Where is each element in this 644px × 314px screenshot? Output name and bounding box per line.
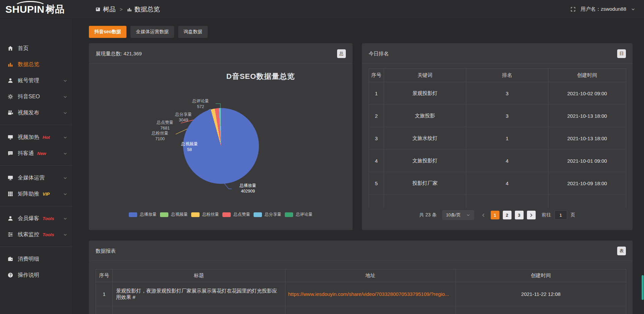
table-row[interactable]: 4 文旅投影灯 4 2021-10-01 09:00 xyxy=(369,150,626,172)
fullscreen-icon[interactable] xyxy=(570,6,576,12)
sidebar-item-member-burst[interactable]: 会员爆客 Tools xyxy=(0,210,72,226)
breadcrumb-root-label: 树品 xyxy=(103,5,116,14)
breadcrumb-root[interactable]: 树品 xyxy=(95,5,116,14)
prev-page-button[interactable] xyxy=(481,213,486,218)
page-button-2[interactable]: 2 xyxy=(503,211,512,219)
legend-swatch xyxy=(222,212,231,217)
sidebar-item-lead-monitor[interactable]: 线索监控 Tools xyxy=(0,226,72,243)
sidebar-item-douyin-seo[interactable]: 抖音SEO xyxy=(0,89,72,105)
total-toggle-button[interactable]: 总 xyxy=(337,49,346,58)
tools-badge: Tools xyxy=(43,232,54,237)
breadcrumb-separator: > xyxy=(120,6,123,12)
pie-label-fans: 总粉丝量 7100 xyxy=(145,130,175,142)
sidebar-item-data-overview[interactable]: 数据总览 xyxy=(0,56,72,72)
legend-item-shares[interactable]: 总分享量 xyxy=(254,212,281,217)
table-row[interactable]: 1 景观投影灯，夜游景观投影灯厂家展示展示落花灯在花园里的灯光投影应用效果 # … xyxy=(96,282,626,306)
data-report-panel: 数据报表 表 序号 标题 地址 创建时间 1 景观投影灯，夜游景观投影灯厂家展示… xyxy=(89,241,633,314)
total-count: 共 23 条 xyxy=(419,212,436,218)
bar-chart-icon xyxy=(7,61,13,67)
sidebar-item-label: 线索监控 xyxy=(18,231,39,238)
goto-page-input[interactable] xyxy=(554,210,567,220)
day-toggle-button[interactable]: 日 xyxy=(617,49,626,58)
sidebar-divider xyxy=(0,206,72,206)
wallet-icon xyxy=(7,256,13,262)
chevron-down-icon xyxy=(63,176,67,180)
display-icon xyxy=(7,175,13,181)
sidebar-item-label: 账号管理 xyxy=(18,77,39,84)
page-button-3[interactable]: 3 xyxy=(515,211,524,219)
breadcrumb-current[interactable]: 数据总览 xyxy=(127,5,160,14)
col-title: 标题 xyxy=(113,269,285,282)
page-size-select[interactable]: 10条/页 xyxy=(442,210,474,220)
chat-icon xyxy=(7,150,13,156)
sidebar-item-spend-detail[interactable]: 消费明细 xyxy=(0,251,72,267)
gear-icon xyxy=(7,94,13,100)
data-tabs: 抖音seo数据 全媒体运营数据 询盘数据 xyxy=(89,26,208,38)
pagination: 共 23 条 10条/页 1 2 3 前往 页 xyxy=(362,210,633,220)
pie-label-comments: 总评论量 572 xyxy=(185,98,216,110)
page-unit-label: 页 xyxy=(571,212,575,218)
sidebar-item-matrix-boost[interactable]: 矩阵助推 VIP xyxy=(0,186,72,202)
sidebar-item-label: 抖客通 xyxy=(18,150,34,157)
sidebar-item-video-heat[interactable]: 视频加热 Hot xyxy=(0,129,72,145)
table-toggle-button[interactable]: 表 xyxy=(617,247,626,255)
video-camera-icon xyxy=(7,110,13,116)
sidebar-item-account[interactable]: 账号管理 xyxy=(0,72,72,89)
legend-swatch xyxy=(254,212,262,217)
ranking-table: 序号 关键词 排名 创建时间 1 景观投影灯 3 2021-10-02 09:0… xyxy=(369,68,626,208)
sidebar-item-video-publish[interactable]: 视频发布 xyxy=(0,105,72,121)
sidebar-item-media-ops[interactable]: 全媒体运营 xyxy=(0,170,72,186)
legend-item-likes[interactable]: 总点赞量 xyxy=(222,212,250,217)
app-window-icon xyxy=(95,7,101,12)
chevron-down-icon xyxy=(63,216,67,221)
chevron-down-icon xyxy=(63,232,67,237)
chart-legend: 总播放量 总视频量 总粉丝量 总点赞量 总分享量 总评论量 xyxy=(89,212,353,217)
bar-chart-icon xyxy=(127,7,132,12)
legend-swatch xyxy=(285,212,293,217)
app-logo[interactable]: SHUPIN 树品 xyxy=(0,0,72,19)
table-row[interactable]: 1 景观投影灯 3 2021-10-02 09:00 xyxy=(369,82,626,105)
report-table: 序号 标题 地址 创建时间 1 景观投影灯，夜游景观投影灯厂家展示展示落花灯在花… xyxy=(96,269,626,314)
legend-item-fans[interactable]: 总粉丝量 xyxy=(191,212,219,217)
sidebar-item-home[interactable]: 首页 xyxy=(0,40,72,56)
table-ghost-row xyxy=(96,306,626,314)
col-rank: 排名 xyxy=(466,69,548,82)
legend-item-comments[interactable]: 总评论量 xyxy=(285,212,313,217)
chevron-down-icon xyxy=(466,213,470,217)
tab-inquiry-data[interactable]: 询盘数据 xyxy=(178,26,208,38)
video-link[interactable]: https://www.iesdouyin.com/share/video/70… xyxy=(285,282,456,306)
table-row[interactable]: 3 文旅水纹灯 1 2021-10-13 18:00 xyxy=(369,127,626,150)
page-button-1[interactable]: 1 xyxy=(491,211,499,219)
user-icon xyxy=(7,77,13,84)
legend-item-plays[interactable]: 总播放量 xyxy=(129,212,157,217)
legend-item-videos[interactable]: 总视频量 xyxy=(160,212,188,217)
chevron-down-icon[interactable] xyxy=(631,7,635,11)
member-icon xyxy=(7,215,13,221)
chevron-down-icon xyxy=(63,151,67,156)
sidebar-item-douketong[interactable]: 抖客通 New xyxy=(0,145,72,161)
sidebar-item-label: 视频发布 xyxy=(18,109,39,116)
sidebar-item-label: 全媒体运营 xyxy=(18,174,45,181)
chevron-down-icon xyxy=(63,95,67,99)
username[interactable]: 用户名：zswodun88 xyxy=(581,6,626,12)
tab-media-ops-data[interactable]: 全媒体运营数据 xyxy=(130,26,174,38)
next-page-button[interactable] xyxy=(527,211,536,219)
ranking-title: 今日排名 xyxy=(369,51,389,57)
table-row[interactable]: 2 文旅投影 3 2021-10-13 18:00 xyxy=(369,105,626,127)
main-content: 抖音seo数据 全媒体运营数据 询盘数据 展现量总数: 421,369 总 D音… xyxy=(72,19,644,314)
col-created: 创建时间 xyxy=(456,269,626,282)
tab-douyin-seo-data[interactable]: 抖音seo数据 xyxy=(89,26,126,38)
chevron-down-icon xyxy=(63,78,67,83)
table-header-row: 序号 关键词 排名 创建时间 xyxy=(369,69,626,82)
topbar: SHUPIN 树品 树品 > 数据总览 用户名：zswodun88 xyxy=(0,0,644,19)
legend-swatch xyxy=(160,212,168,217)
sidebar-item-label: 数据总览 xyxy=(18,61,39,68)
pie-label-likes: 总点赞量 7681 xyxy=(150,120,180,131)
vertical-scrollbar-thumb[interactable] xyxy=(642,275,644,300)
goto-label: 前往 xyxy=(542,212,551,218)
table-row[interactable]: 5 投影灯厂家 4 2021-10-09 18:00 xyxy=(369,172,626,195)
question-circle-icon xyxy=(7,272,13,278)
topbar-right: 用户名：zswodun88 xyxy=(570,6,644,12)
sidebar-item-help[interactable]: 操作说明 xyxy=(0,267,72,283)
sidebar-divider xyxy=(0,247,72,247)
